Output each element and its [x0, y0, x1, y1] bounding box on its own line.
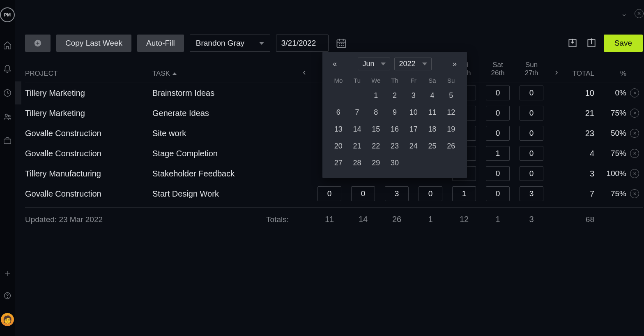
cell-task: Stage Completion: [152, 149, 296, 158]
next-month-icon[interactable]: »: [450, 60, 460, 68]
table-row: Govalle ConstructionStart Design Work775…: [25, 184, 643, 204]
dp-day[interactable]: 14: [349, 122, 366, 137]
home-icon[interactable]: [2, 40, 12, 50]
dp-day[interactable]: 3: [405, 88, 422, 103]
delete-row-button[interactable]: ✕: [630, 129, 639, 138]
dp-day[interactable]: 12: [442, 105, 460, 120]
dp-day[interactable]: 21: [349, 139, 366, 154]
hours-input[interactable]: [486, 106, 510, 120]
hours-input[interactable]: [452, 186, 476, 201]
dp-day[interactable]: 15: [367, 122, 384, 137]
month-select-value: Jun: [362, 60, 374, 68]
hours-input[interactable]: [520, 146, 543, 161]
hours-input[interactable]: [385, 186, 409, 201]
dp-day[interactable]: 4: [424, 88, 441, 103]
briefcase-icon[interactable]: [2, 136, 12, 146]
hours-input[interactable]: [419, 186, 442, 201]
sidebar: PM 🧑: [0, 0, 15, 336]
cell-total: 23: [565, 129, 598, 138]
dp-day[interactable]: 25: [424, 139, 441, 154]
dp-day[interactable]: 9: [386, 105, 403, 120]
dp-dow: Sa: [424, 74, 441, 86]
plus-icon[interactable]: [2, 269, 12, 278]
cell-task: Site work: [152, 129, 296, 138]
dp-day[interactable]: 23: [386, 139, 403, 154]
user-select[interactable]: Brandon Gray: [190, 35, 270, 52]
hours-input[interactable]: [486, 166, 510, 181]
year-select-value: 2022: [399, 60, 415, 68]
hours-input[interactable]: [520, 86, 543, 100]
date-input[interactable]: 3/21/2022: [276, 35, 329, 52]
hours-input[interactable]: [520, 126, 543, 141]
hours-input[interactable]: [317, 186, 341, 201]
export-icon[interactable]: [585, 37, 598, 50]
next-week-icon[interactable]: ›: [548, 67, 565, 78]
dp-day[interactable]: 30: [386, 155, 403, 171]
dp-day[interactable]: 27: [330, 155, 347, 171]
totals-row: Updated: 23 Mar 2022 Totals: ‹ 111426112…: [25, 207, 643, 225]
hours-input[interactable]: [486, 146, 510, 161]
copy-last-week-button[interactable]: Copy Last Week: [56, 35, 131, 52]
help-icon[interactable]: [2, 291, 12, 301]
dp-day[interactable]: 6: [330, 105, 347, 120]
hours-input[interactable]: [520, 166, 543, 181]
hours-input[interactable]: [520, 186, 543, 201]
hours-input[interactable]: [486, 86, 510, 100]
datepicker-popover: « Jun 2022 » MoTuWeThFrSaSu1234567891011…: [322, 52, 467, 178]
dp-day[interactable]: 18: [424, 122, 441, 137]
cell-pct: 0%: [598, 88, 626, 97]
dp-day[interactable]: 11: [424, 105, 441, 120]
dp-day[interactable]: 20: [330, 139, 347, 154]
hours-input[interactable]: [486, 126, 510, 141]
cell-total: 10: [565, 88, 598, 98]
dp-day[interactable]: 19: [442, 122, 460, 137]
col-task[interactable]: TASK: [152, 70, 296, 78]
dp-day[interactable]: 8: [367, 105, 384, 120]
auto-fill-button[interactable]: Auto-Fill: [137, 35, 184, 52]
col-project[interactable]: PROJECT: [25, 70, 152, 78]
dp-day[interactable]: 1: [367, 88, 384, 103]
team-icon[interactable]: [2, 112, 12, 122]
add-button[interactable]: [25, 35, 51, 52]
delete-row-button[interactable]: ✕: [630, 109, 639, 118]
hours-input[interactable]: [351, 186, 375, 201]
totals-day: 1: [481, 215, 515, 224]
delete-row-button[interactable]: ✕: [630, 88, 639, 97]
titlebar: ⌄ ✕: [15, 0, 644, 27]
delete-row-button[interactable]: ✕: [630, 169, 639, 178]
hours-input[interactable]: [520, 106, 543, 120]
dp-day[interactable]: 29: [367, 155, 384, 171]
bell-icon[interactable]: [2, 64, 12, 74]
year-select[interactable]: 2022: [394, 58, 431, 70]
totals-day: 11: [313, 215, 346, 224]
save-button[interactable]: Save: [604, 35, 643, 52]
prev-month-icon[interactable]: «: [330, 60, 340, 68]
delete-row-button[interactable]: ✕: [630, 149, 639, 158]
import-icon[interactable]: [566, 37, 579, 50]
dp-day[interactable]: 28: [349, 155, 366, 171]
month-select[interactable]: Jun: [358, 58, 390, 70]
hours-input[interactable]: [486, 186, 510, 201]
cell-pct: 75%: [598, 149, 626, 158]
dp-day[interactable]: 16: [386, 122, 403, 137]
chevron-down-icon[interactable]: ⌄: [621, 9, 627, 18]
calendar-icon[interactable]: [334, 36, 348, 50]
dp-day[interactable]: 5: [442, 88, 460, 103]
dp-day[interactable]: 10: [405, 105, 422, 120]
prev-week-icon[interactable]: ‹: [296, 67, 313, 78]
dp-day[interactable]: 2: [386, 88, 403, 103]
cell-project: Tillery Manufacturing: [25, 169, 152, 178]
svg-point-5: [7, 297, 8, 298]
dp-day[interactable]: 24: [405, 139, 422, 154]
dp-day[interactable]: 26: [442, 139, 460, 154]
dp-day[interactable]: 17: [405, 122, 422, 137]
delete-row-button[interactable]: ✕: [630, 189, 639, 198]
avatar[interactable]: 🧑: [1, 313, 14, 326]
dp-day[interactable]: 13: [330, 122, 347, 137]
clock-icon[interactable]: [2, 88, 12, 98]
col-day: Sun27th: [515, 61, 548, 78]
close-icon[interactable]: ✕: [635, 9, 644, 18]
dp-day[interactable]: 22: [367, 139, 384, 154]
dp-day[interactable]: 7: [349, 105, 366, 120]
brand-logo[interactable]: PM: [0, 7, 15, 22]
